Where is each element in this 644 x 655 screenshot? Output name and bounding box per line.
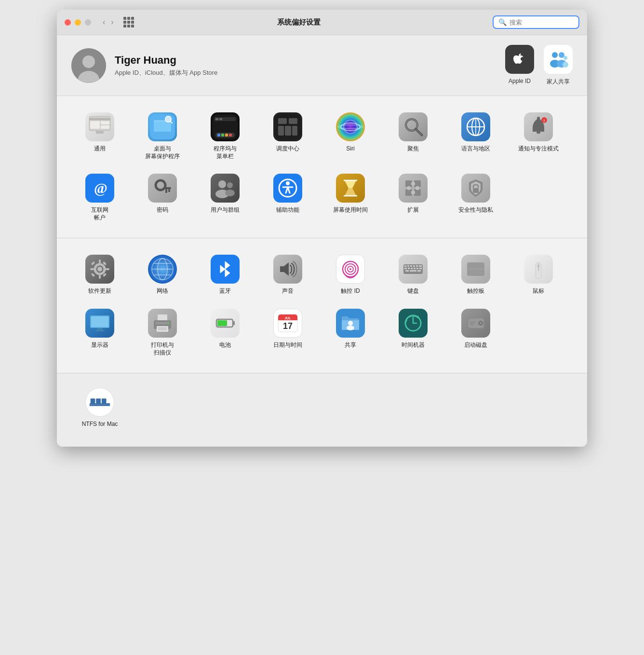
- spotlight-icon: [399, 112, 428, 141]
- pref-sound[interactable]: 声音: [256, 248, 319, 302]
- battery-icon: [211, 309, 240, 338]
- pref-mouse[interactable]: 鼠标: [507, 248, 570, 302]
- internet-icon: @: [85, 174, 114, 203]
- pref-internet[interactable]: @ 互联网帐户: [68, 167, 131, 228]
- back-button[interactable]: ‹: [101, 17, 107, 27]
- apple-id-label: Apple ID: [509, 78, 531, 84]
- svg-rect-86: [91, 273, 95, 277]
- sharing-icon: [336, 309, 365, 338]
- pref-users[interactable]: 用户与群组: [194, 167, 256, 228]
- accessibility-label: 辅助功能: [276, 206, 299, 214]
- profile-actions: Apple ID 家人共享: [505, 45, 573, 86]
- pref-spotlight[interactable]: 聚焦: [382, 106, 444, 167]
- svg-rect-28: [225, 134, 228, 136]
- svg-rect-54: [163, 187, 171, 189]
- svg-point-150: [480, 322, 482, 324]
- notification-icon: !: [524, 112, 553, 141]
- svg-rect-70: [405, 180, 412, 187]
- svg-rect-29: [229, 134, 232, 136]
- close-button[interactable]: [65, 19, 71, 26]
- pref-display[interactable]: 显示器: [68, 302, 131, 363]
- bluetooth-icon: [211, 255, 240, 284]
- svg-point-76: [407, 186, 411, 190]
- svg-rect-34: [285, 126, 291, 136]
- network-icon: [148, 255, 177, 284]
- desktop-label: 桌面与屏幕保护程序: [145, 145, 180, 160]
- svg-point-59: [227, 182, 233, 188]
- avatar: [71, 48, 106, 83]
- search-box[interactable]: 🔍: [493, 15, 579, 29]
- pref-desktop[interactable]: 桌面与屏幕保护程序: [131, 106, 194, 167]
- svg-rect-108: [404, 268, 407, 269]
- family-sharing-button[interactable]: 家人共享: [544, 45, 573, 86]
- pref-timemachine[interactable]: 时间机器: [382, 302, 444, 363]
- svg-point-74: [411, 182, 415, 186]
- pref-printer[interactable]: 打印机与扫描仪: [131, 302, 194, 363]
- svg-rect-71: [414, 180, 421, 187]
- svg-rect-31: [278, 118, 287, 124]
- pref-network[interactable]: 网络: [131, 248, 194, 302]
- trackpad-icon: [461, 255, 490, 284]
- language-icon: [461, 112, 490, 141]
- pref-datetime[interactable]: JUL 17 日期与时间: [256, 302, 319, 363]
- svg-point-141: [347, 326, 354, 330]
- svg-rect-14: [96, 131, 104, 134]
- svg-point-1: [82, 55, 95, 68]
- password-label: 密码: [157, 206, 168, 214]
- pref-bluetooth[interactable]: 蓝牙: [194, 248, 256, 302]
- svg-rect-129: [157, 326, 168, 332]
- svg-rect-123: [97, 328, 103, 330]
- pref-sharing[interactable]: 共享: [319, 302, 382, 363]
- search-input[interactable]: [510, 19, 567, 26]
- datetime-label: 日期与时间: [273, 341, 302, 349]
- family-icon-box: [544, 45, 573, 74]
- software-icon: [85, 255, 114, 284]
- svg-rect-134: [217, 320, 227, 326]
- svg-rect-105: [413, 265, 415, 267]
- pref-touchid[interactable]: 触控 ID: [319, 248, 382, 302]
- pref-screentime[interactable]: 屏幕使用时间: [319, 167, 382, 228]
- pref-ntfs[interactable]: NTFS for Mac: [68, 381, 131, 435]
- pref-dock[interactable]: 程序坞与菜单栏: [194, 106, 256, 167]
- svg-point-80: [97, 267, 102, 272]
- maximize-button[interactable]: [85, 19, 91, 26]
- pref-language[interactable]: 语言与地区: [444, 106, 507, 167]
- pref-extensions[interactable]: 扩展: [382, 167, 444, 228]
- minimize-button[interactable]: [75, 19, 81, 26]
- svg-rect-84: [106, 268, 109, 270]
- svg-rect-154: [90, 403, 110, 405]
- screentime-label: 屏幕使用时间: [333, 206, 368, 214]
- pref-siri[interactable]: Siri: [319, 106, 382, 167]
- svg-rect-81: [99, 259, 101, 263]
- pref-accessibility[interactable]: 辅助功能: [256, 167, 319, 228]
- svg-rect-73: [414, 189, 421, 196]
- svg-rect-12: [101, 121, 109, 124]
- svg-rect-158: [90, 405, 110, 406]
- svg-rect-155: [91, 398, 95, 403]
- pref-software[interactable]: 软件更新: [68, 248, 131, 302]
- extensions-icon: [399, 174, 428, 203]
- svg-rect-13: [101, 125, 109, 129]
- pref-password[interactable]: 密码: [131, 167, 194, 228]
- pref-security[interactable]: 安全性与隐私: [444, 167, 507, 228]
- window-title: 系统偏好设置: [111, 18, 487, 27]
- pref-notification[interactable]: ! 通知与专注模式: [507, 106, 570, 167]
- pref-battery[interactable]: 电池: [194, 302, 256, 363]
- startup-icon: [461, 309, 490, 338]
- svg-rect-112: [416, 268, 418, 269]
- profile-subtitle: Apple ID、iCloud、媒体与 App Store: [115, 68, 505, 77]
- touchid-icon: [336, 255, 365, 284]
- pref-trackpad[interactable]: 触控板: [444, 248, 507, 302]
- pref-keyboard[interactable]: 键盘: [382, 248, 444, 302]
- svg-point-140: [348, 321, 353, 326]
- pref-startup[interactable]: 启动磁盘: [444, 302, 507, 363]
- password-icon: [148, 174, 177, 203]
- pref-general[interactable]: 通用: [68, 106, 131, 167]
- system-section: 通用 桌面与屏幕保护程序: [57, 96, 587, 238]
- pref-mission[interactable]: 调度中心: [256, 106, 319, 167]
- svg-rect-85: [91, 261, 95, 265]
- apple-id-button[interactable]: Apple ID: [505, 45, 534, 86]
- notification-label: 通知与专注模式: [518, 145, 559, 153]
- svg-rect-11: [90, 121, 100, 129]
- svg-rect-95: [280, 266, 284, 272]
